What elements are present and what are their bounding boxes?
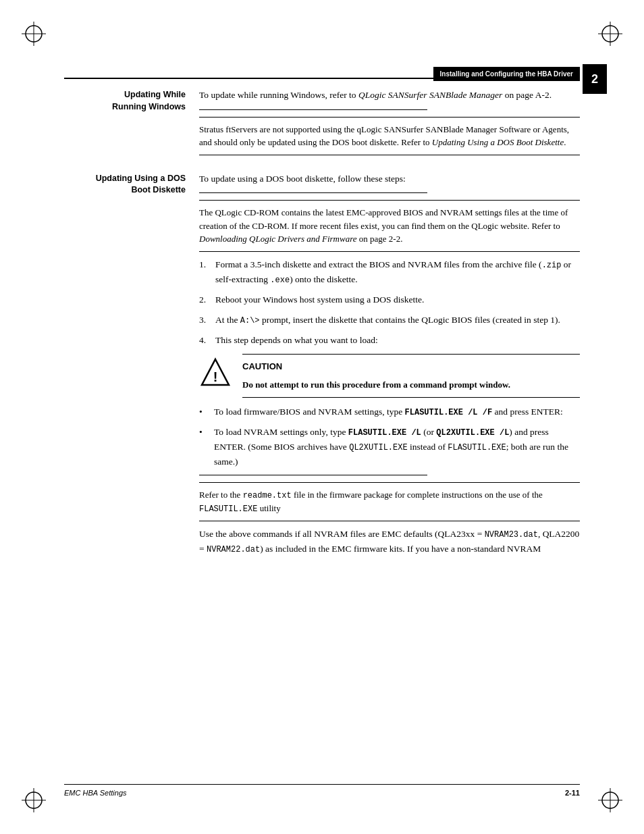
section-content-updating-while: To update while running Windows, refer t… <box>199 88 580 161</box>
caution-content: CAUTION Do not attempt to run this proce… <box>242 354 580 397</box>
corner-mark-tl <box>20 20 47 47</box>
corner-mark-tr <box>597 20 624 47</box>
caution-title: CAUTION <box>242 360 580 374</box>
section-content-dos: To update using a DOS boot diskette, fol… <box>199 172 580 564</box>
final-para: Use the above commands if all NVRAM file… <box>199 527 580 556</box>
note-readme: Refer to the readme.txt file in the firm… <box>199 482 580 521</box>
section-updating-dos: Updating Using a DOS Boot Diskette To up… <box>64 172 580 564</box>
footer: EMC HBA Settings 2-11 <box>64 784 580 797</box>
note-stratus: Stratus ftServers are not supported usin… <box>199 117 580 155</box>
bullet-2: To load NVRAM settings only, type FLASUT… <box>199 425 580 469</box>
bullet-1: To load firmware/BIOS and NVRAM settings… <box>199 405 580 419</box>
caution-section: ! CAUTION Do not attempt to run this pro… <box>199 354 580 397</box>
section-updating-while-windows: Updating While Running Windows To update… <box>64 88 580 161</box>
caution-icon: ! <box>199 357 232 394</box>
note-cdrom: The QLogic CD-ROM contains the latest EM… <box>199 200 580 252</box>
rule-1 <box>199 109 427 110</box>
footer-book-title: EMC HBA Settings <box>64 789 127 797</box>
caution-text: Do not attempt to run this procedure fro… <box>242 378 580 392</box>
rule-2 <box>199 192 427 193</box>
step-3: 3. At the A:\> prompt, insert the disket… <box>199 313 580 328</box>
para-update-windows: To update while running Windows, refer t… <box>199 88 580 103</box>
chapter-tab: 2 <box>583 64 607 94</box>
rule-3 <box>199 475 427 475</box>
content-area: Updating While Running Windows To update… <box>64 88 580 766</box>
step-2: 2. Reboot your Windows host system using… <box>199 292 580 307</box>
dos-intro: To update using a DOS boot diskette, fol… <box>199 172 580 186</box>
section-label-dos: Updating Using a DOS Boot Diskette <box>64 172 199 564</box>
page: Installing and Configuring the HBA Drive… <box>0 0 644 834</box>
header-bar <box>64 78 580 79</box>
bullet-list: To load firmware/BIOS and NVRAM settings… <box>199 405 580 469</box>
step-4: 4. This step depends on what you want to… <box>199 333 580 348</box>
footer-page-number: 2-11 <box>565 789 580 797</box>
section-label-updating-while: Updating While Running Windows <box>64 88 199 161</box>
steps-list: 1. Format a 3.5-inch diskette and extrac… <box>199 257 580 348</box>
svg-text:!: ! <box>213 369 218 384</box>
corner-mark-bl <box>20 787 47 814</box>
corner-mark-br <box>597 787 624 814</box>
step-1: 1. Format a 3.5-inch diskette and extrac… <box>199 257 580 287</box>
